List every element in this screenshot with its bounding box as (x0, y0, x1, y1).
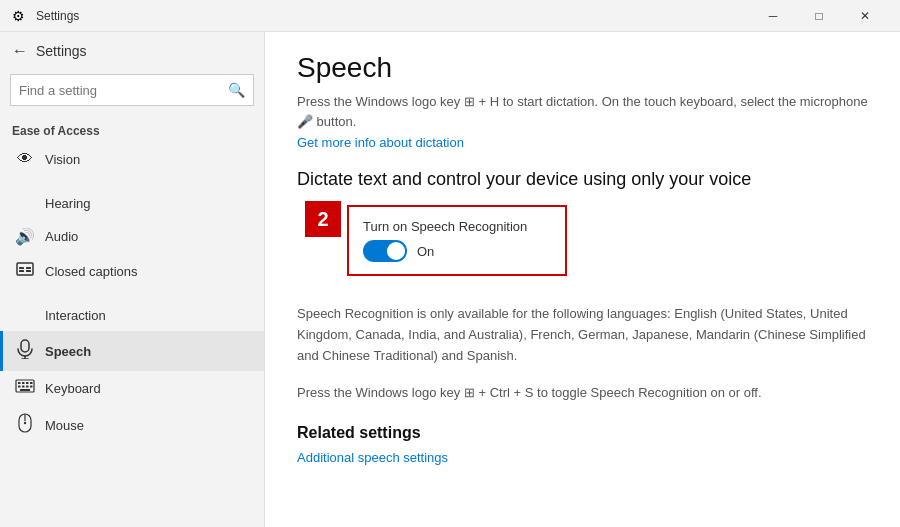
number-badge: 2 (305, 201, 341, 237)
titlebar-controls: ─ □ ✕ (750, 0, 888, 32)
svg-rect-10 (22, 382, 25, 384)
back-arrow-icon: ← (12, 42, 28, 60)
sidebar-item-interaction[interactable]: Interaction (0, 300, 264, 331)
toggle-card-label: Turn on Speech Recognition (363, 219, 551, 234)
svg-rect-1 (19, 267, 24, 269)
sidebar-item-closed-captions[interactable]: Closed captions (0, 254, 264, 288)
speech-recognition-toggle[interactable] (363, 240, 407, 262)
settings-icon: ⚙ (12, 8, 28, 24)
svg-point-20 (24, 422, 26, 424)
sidebar-item-label-interaction: Interaction (45, 308, 106, 323)
svg-rect-9 (18, 382, 21, 384)
svg-rect-5 (21, 340, 29, 352)
content-area: Speech Press the Windows logo key ⊞ + H … (265, 32, 900, 527)
sidebar-item-keyboard[interactable]: Keyboard (0, 371, 264, 405)
toggle-label-text: On (417, 244, 434, 259)
toggle-card-wrapper: 2 Turn on Speech Recognition On (347, 205, 567, 290)
speech-recognition-description: Speech Recognition is only available for… (297, 304, 868, 366)
svg-rect-12 (30, 382, 33, 384)
search-input[interactable] (19, 83, 228, 98)
page-title: Speech (297, 52, 868, 84)
minimize-button[interactable]: ─ (750, 0, 796, 32)
svg-rect-11 (26, 382, 29, 384)
ease-of-access-label: Ease of Access (0, 116, 264, 142)
back-label: Settings (36, 43, 87, 59)
voice-section-heading: Dictate text and control your device usi… (297, 168, 868, 191)
additional-speech-link[interactable]: Additional speech settings (297, 450, 868, 465)
sidebar-item-label-keyboard: Keyboard (45, 381, 101, 396)
svg-rect-15 (26, 386, 29, 388)
sidebar-item-label-audio: Audio (45, 229, 78, 244)
speech-icon (15, 339, 35, 363)
app-body: ← Settings 🔍 Ease of Access 👁 Vision Hea… (0, 32, 900, 527)
dictation-link[interactable]: Get more info about dictation (297, 135, 868, 150)
svg-rect-2 (26, 267, 31, 269)
back-button[interactable]: ← Settings (0, 32, 264, 70)
keyboard-icon (15, 379, 35, 397)
titlebar-title: Settings (36, 9, 750, 23)
search-box[interactable]: 🔍 (10, 74, 254, 106)
sidebar-item-label-vision: Vision (45, 152, 80, 167)
sidebar: ← Settings 🔍 Ease of Access 👁 Vision Hea… (0, 32, 265, 527)
sidebar-item-hearing[interactable]: Hearing (0, 188, 264, 219)
svg-rect-17 (20, 389, 30, 391)
keyboard-shortcut-text: Press the Windows logo key ⊞ + Ctrl + S … (297, 383, 817, 404)
audio-icon: 🔊 (15, 227, 35, 246)
titlebar: ⚙ Settings ─ □ ✕ (0, 0, 900, 32)
svg-rect-0 (17, 263, 33, 275)
closed-captions-icon (15, 262, 35, 280)
svg-rect-14 (22, 386, 25, 388)
svg-rect-3 (19, 270, 24, 272)
sidebar-item-mouse[interactable]: Mouse (0, 405, 264, 445)
maximize-button[interactable]: □ (796, 0, 842, 32)
sidebar-item-label-closed-captions: Closed captions (45, 264, 138, 279)
search-icon: 🔍 (228, 82, 245, 98)
toggle-row: On (363, 240, 551, 262)
sidebar-item-speech[interactable]: Speech (0, 331, 264, 371)
mouse-icon (15, 413, 35, 437)
dictation-description: Press the Windows logo key ⊞ + H to star… (297, 92, 868, 131)
sidebar-item-label-speech: Speech (45, 344, 91, 359)
svg-rect-16 (30, 386, 33, 388)
close-button[interactable]: ✕ (842, 0, 888, 32)
related-settings-title: Related settings (297, 424, 868, 442)
toggle-card: Turn on Speech Recognition On (347, 205, 567, 276)
sidebar-item-label-mouse: Mouse (45, 418, 84, 433)
vision-icon: 👁 (15, 150, 35, 168)
sidebar-item-label-hearing: Hearing (45, 196, 91, 211)
svg-rect-13 (18, 386, 21, 388)
sidebar-item-audio[interactable]: 🔊 Audio (0, 219, 264, 254)
svg-rect-4 (26, 270, 31, 272)
sidebar-item-vision[interactable]: 👁 Vision (0, 142, 264, 176)
